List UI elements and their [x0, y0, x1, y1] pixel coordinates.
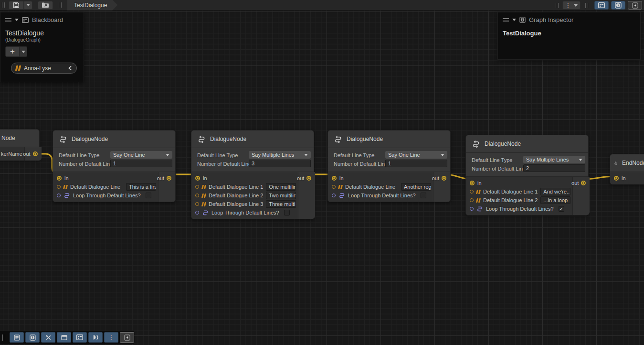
bottom-toolbar: ⋮: [0, 331, 134, 344]
add-variable-dropdown[interactable]: [20, 46, 27, 57]
collapse-arrow-icon[interactable]: [15, 19, 19, 21]
speaker-node-partial[interactable]: Node kerName out: [0, 129, 40, 161]
graph-canvas[interactable]: TestDialogue ⋮: [0, 0, 644, 345]
line-label: Default Dialogue Line 1: [209, 184, 263, 190]
string-port[interactable]: [195, 194, 199, 197]
window-icon: [61, 335, 67, 340]
spark-icon: [124, 334, 130, 341]
open-asset-button[interactable]: [38, 1, 53, 10]
loop-checkbox[interactable]: [284, 210, 290, 216]
prop-label: Default Line Type: [466, 157, 512, 163]
line-text-field[interactable]: This is a first: [126, 183, 156, 191]
line-text-field[interactable]: Another regu: [401, 183, 431, 191]
string-port[interactable]: [470, 190, 474, 194]
node-title[interactable]: DialogueNode: [53, 130, 175, 148]
save-button[interactable]: [9, 1, 24, 10]
tools-button[interactable]: [41, 332, 55, 343]
out-port[interactable]: [442, 176, 446, 181]
node-title[interactable]: DialogueNode: [328, 130, 450, 148]
line-type-dropdown[interactable]: Say Multiple Lines: [249, 151, 311, 159]
toolbar-drag-handle[interactable]: [556, 3, 559, 8]
line-text-field[interactable]: Two multiline: [266, 192, 296, 199]
blackboard-button[interactable]: [73, 332, 87, 343]
string-port[interactable]: [470, 198, 474, 202]
toolbar-drag-handle[interactable]: [585, 3, 588, 8]
more-dots-icon: ⋮: [565, 3, 571, 8]
hamburger-icon: [5, 18, 11, 22]
collapse-left-icon[interactable]: [68, 65, 72, 71]
line-label: Default Dialogue Line 3: [209, 201, 263, 207]
loop-checkbox[interactable]: [146, 193, 151, 198]
string-port[interactable]: [332, 185, 336, 189]
notes-button[interactable]: [10, 332, 24, 343]
save-dropdown-button[interactable]: [24, 1, 32, 10]
prop-label: Number of Default Lines: [53, 161, 116, 167]
out-port[interactable]: [33, 151, 38, 156]
toggle-blackboard-button[interactable]: [594, 1, 609, 10]
list-icon: [14, 334, 20, 341]
loop-checkbox[interactable]: [421, 193, 426, 198]
dropdown-value: Say Multiple Lines: [526, 157, 569, 162]
line-type-dropdown[interactable]: Say Multiple Lines: [523, 156, 585, 163]
num-lines-field[interactable]: 2: [523, 164, 585, 172]
node-title[interactable]: Node: [0, 129, 39, 147]
info-button[interactable]: [25, 332, 40, 343]
loop-checkbox[interactable]: ✓: [559, 206, 564, 212]
string-quote-icon: [476, 198, 480, 203]
out-port[interactable]: [306, 176, 311, 181]
num-lines-field[interactable]: 1: [110, 160, 172, 167]
line-text-field[interactable]: Three multili: [266, 200, 296, 208]
out-port[interactable]: [167, 176, 171, 181]
in-port[interactable]: [57, 176, 62, 181]
string-port[interactable]: [195, 185, 199, 189]
loop-icon: [202, 210, 209, 216]
dialogue-node-1[interactable]: DialogueNode Default Line Type Say One L…: [53, 130, 176, 202]
node-title[interactable]: EndNode: [610, 154, 644, 172]
spark-button[interactable]: [628, 1, 642, 10]
node-title[interactable]: DialogueNode: [191, 130, 314, 148]
line-text-field[interactable]: And we're...: [540, 188, 570, 195]
playback-button[interactable]: [88, 332, 103, 343]
string-port[interactable]: [195, 202, 199, 206]
num-lines-field[interactable]: 3: [249, 160, 311, 167]
overflow-button[interactable]: ⋮: [104, 332, 118, 343]
blackboard-panel[interactable]: Blackboard TestDialogue (DialogueGraph) …: [0, 12, 84, 82]
toolbar-drag-handle[interactable]: [2, 2, 5, 8]
line-type-dropdown[interactable]: Say One Line: [385, 151, 447, 159]
line-text-field[interactable]: ...in a loop: [540, 196, 570, 204]
graph-tab-label: TestDialogue: [74, 2, 107, 9]
end-node[interactable]: EndNode in: [610, 154, 644, 184]
in-port[interactable]: [195, 176, 200, 181]
in-port[interactable]: [332, 176, 337, 181]
graph-tab[interactable]: TestDialogue: [67, 0, 117, 11]
line-text-field[interactable]: One multiline: [266, 183, 296, 191]
blackboard-header[interactable]: Blackboard: [0, 12, 84, 25]
line-type-dropdown[interactable]: Say One Line: [110, 151, 172, 159]
bool-port[interactable]: [470, 207, 474, 211]
dialogue-node-4[interactable]: DialogueNode Default Line Type Say Multi…: [465, 135, 589, 216]
bool-port[interactable]: [332, 194, 336, 197]
in-port[interactable]: [470, 181, 475, 185]
inspector-header[interactable]: Graph Inspector: [498, 12, 640, 25]
spark-button-bottom[interactable]: [120, 332, 134, 343]
toggle-inspector-button[interactable]: [611, 1, 625, 10]
toolbar-drag-handle[interactable]: [59, 2, 62, 8]
dialogue-node-3[interactable]: DialogueNode Default Line Type Say One L…: [327, 130, 451, 202]
dialogue-node-icon: [197, 136, 206, 143]
bool-port[interactable]: [57, 194, 61, 197]
window-button[interactable]: [57, 332, 71, 343]
graph-inspector-panel[interactable]: Graph Inspector TestDialogue: [497, 12, 641, 60]
overflow-menu-button[interactable]: ⋮: [562, 1, 581, 10]
out-port[interactable]: [581, 181, 586, 185]
node-title[interactable]: DialogueNode: [466, 135, 588, 152]
num-lines-field[interactable]: 1: [385, 160, 447, 167]
string-port[interactable]: [57, 185, 61, 189]
collapse-arrow-icon[interactable]: [512, 19, 516, 21]
add-variable-button[interactable]: +: [5, 46, 20, 57]
bool-port[interactable]: [195, 211, 199, 215]
in-port[interactable]: [614, 176, 619, 181]
blackboard-field-anna-lyse[interactable]: Anna-Lyse: [11, 63, 77, 74]
toolbar-drag-handle[interactable]: [2, 334, 5, 341]
out-port-label: out: [571, 180, 579, 186]
dialogue-node-2[interactable]: DialogueNode Default Line Type Say Multi…: [191, 130, 314, 219]
